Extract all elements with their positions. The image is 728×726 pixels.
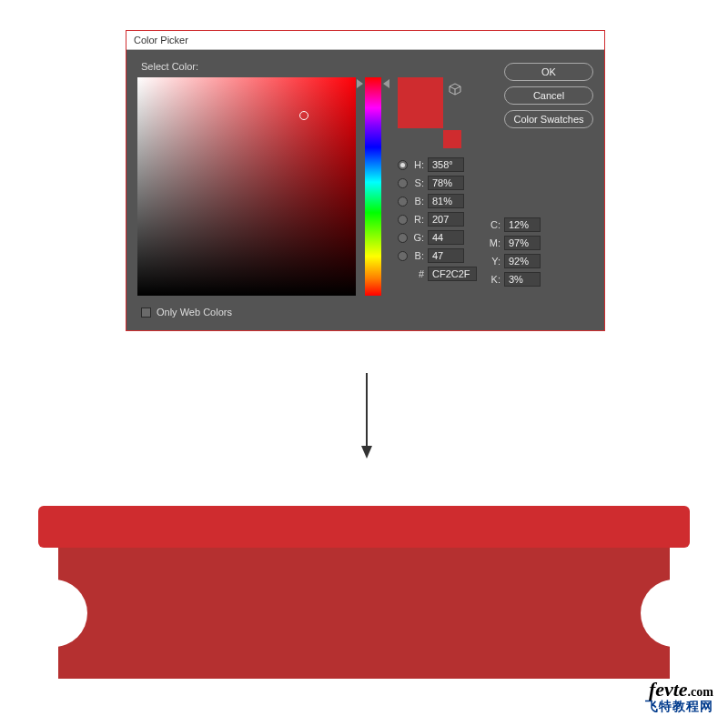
input-hex[interactable]: CF2C2F — [428, 267, 477, 281]
button-column: OK Cancel Color Swatches — [504, 63, 593, 128]
input-h[interactable]: 358° — [428, 157, 464, 172]
result-shape-top — [38, 506, 690, 548]
radio-r[interactable] — [398, 215, 408, 225]
result-shape-body — [58, 548, 670, 679]
hue-handle-right[interactable] — [383, 79, 389, 88]
label-k: K: — [488, 274, 500, 285]
value-fields: H: 358° S: 78% B: 81% — [398, 157, 541, 290]
label-hex: # — [411, 268, 424, 279]
radio-h[interactable] — [398, 160, 408, 170]
label-m: M: — [488, 237, 500, 248]
result-notch-left — [58, 580, 87, 647]
input-g[interactable]: 44 — [428, 230, 464, 245]
previous-color-swatch[interactable] — [398, 112, 443, 128]
label-s: S: — [411, 177, 424, 188]
input-r[interactable]: 207 — [428, 212, 464, 227]
input-bb[interactable]: 47 — [428, 248, 464, 263]
input-s[interactable]: 78% — [428, 176, 464, 190]
label-c: C: — [488, 219, 500, 230]
color-field-marker[interactable] — [299, 111, 308, 120]
input-m[interactable]: 97% — [504, 236, 541, 250]
watermark-sub: 飞特教程网 — [645, 699, 713, 715]
hue-handle-left[interactable] — [357, 79, 363, 88]
color-swatches-button[interactable]: Color Swatches — [504, 110, 593, 128]
input-c[interactable]: 12% — [504, 217, 541, 232]
watermark-suffix: .com — [688, 685, 713, 699]
only-web-checkbox[interactable] — [141, 308, 151, 318]
radio-s[interactable] — [398, 178, 408, 188]
label-g: G: — [411, 232, 424, 243]
watermark-main: fevte.com — [645, 681, 713, 699]
previous-color-small[interactable] — [443, 130, 461, 148]
label-y: Y: — [488, 256, 500, 267]
only-web-colors[interactable]: Only Web Colors — [141, 307, 593, 318]
input-y[interactable]: 92% — [504, 254, 541, 268]
result-notch-right — [641, 580, 670, 647]
dialog-body: Select Color: — [126, 50, 604, 330]
cancel-button[interactable]: Cancel — [504, 86, 593, 105]
arrow-down-icon — [361, 373, 372, 459]
radio-b[interactable] — [398, 197, 408, 207]
color-picker-dialog: Color Picker Select Color: — [126, 30, 605, 331]
watermark-text: fevte — [649, 678, 688, 701]
only-web-label: Only Web Colors — [157, 307, 232, 318]
input-b[interactable]: 81% — [428, 194, 464, 208]
label-h: H: — [411, 159, 424, 170]
label-b: B: — [411, 196, 424, 207]
color-field[interactable] — [137, 77, 356, 296]
current-color-swatch — [398, 77, 443, 112]
label-bb: B: — [411, 250, 424, 261]
hue-slider[interactable] — [365, 77, 381, 296]
dialog-title: Color Picker — [126, 31, 604, 50]
watermark: fevte.com 飞特教程网 — [645, 681, 713, 715]
ok-button[interactable]: OK — [504, 63, 593, 81]
result-shape — [38, 506, 690, 679]
radio-bb[interactable] — [398, 251, 408, 261]
radio-g[interactable] — [398, 233, 408, 243]
input-k[interactable]: 3% — [504, 272, 541, 287]
label-r: R: — [411, 214, 424, 225]
cube-icon — [449, 83, 461, 96]
